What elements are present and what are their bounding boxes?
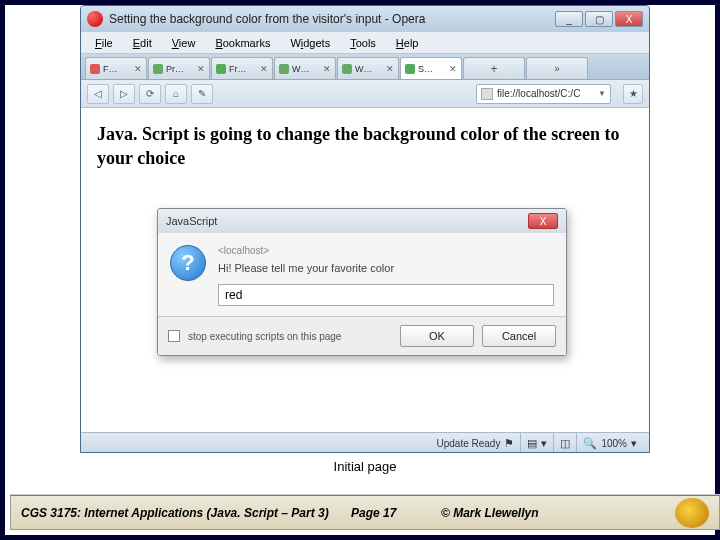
dialog-prompt: Hi! Please tell me your favorite color — [218, 262, 554, 274]
footer-page: Page 17 — [351, 506, 441, 520]
status-views[interactable]: ▤ ▾ — [520, 433, 553, 453]
dialog-titlebar: JavaScript X — [158, 209, 566, 233]
toolbar: ◁ ▷ ⟳ ⌂ ✎ file://localhost/C:/C ▼ ★ — [81, 80, 649, 108]
maximize-button[interactable]: ▢ — [585, 11, 613, 27]
question-icon: ? — [170, 245, 206, 281]
menu-edit[interactable]: Edit — [125, 35, 160, 51]
tab-icon — [342, 64, 352, 74]
zoom-icon: 🔍 — [583, 437, 597, 450]
page-heading: Java. Script is going to change the back… — [97, 122, 633, 171]
tab-icon — [405, 64, 415, 74]
opera-icon — [87, 11, 103, 27]
tab-close-icon[interactable]: ✕ — [449, 64, 457, 74]
tab-4[interactable]: W…✕ — [337, 57, 399, 79]
screenshot-caption: Initial page — [80, 459, 650, 474]
bookmark-star-button[interactable]: ★ — [623, 84, 643, 104]
tab-close-icon[interactable]: ✕ — [323, 64, 331, 74]
dialog-host: <localhost> — [218, 245, 554, 256]
js-prompt-dialog: JavaScript X ? <localhost> Hi! Please te… — [157, 208, 567, 356]
reload-button[interactable]: ⟳ — [139, 84, 161, 104]
chevron-down-icon: ▾ — [541, 437, 547, 450]
menu-widgets[interactable]: Widgets — [282, 35, 338, 51]
tab-close-icon[interactable]: ✕ — [260, 64, 268, 74]
tab-1[interactable]: Pr…✕ — [148, 57, 210, 79]
status-update[interactable]: Update Ready ⚑ — [430, 433, 520, 453]
back-button[interactable]: ◁ — [87, 84, 109, 104]
tab-0[interactable]: F…✕ — [85, 57, 147, 79]
status-fit[interactable]: ◫ — [553, 433, 576, 453]
slide-footer: CGS 3175: Internet Applications (Java. S… — [10, 494, 720, 530]
window-title: Setting the background color from the vi… — [109, 12, 555, 26]
dialog-title-text: JavaScript — [166, 215, 217, 227]
menu-tools[interactable]: Tools — [342, 35, 384, 51]
chevron-down-icon: ▾ — [631, 437, 637, 450]
home-button[interactable]: ⌂ — [165, 84, 187, 104]
menu-file[interactable]: File — [87, 35, 121, 51]
dialog-close-button[interactable]: X — [528, 213, 558, 229]
page-icon — [481, 88, 493, 100]
titlebar: Setting the background color from the vi… — [81, 6, 649, 32]
status-zoom[interactable]: 🔍 100% ▾ — [576, 433, 643, 453]
menu-view[interactable]: View — [164, 35, 204, 51]
footer-copyright: © Mark Llewellyn — [441, 506, 675, 520]
tab-icon — [216, 64, 226, 74]
tab-close-icon[interactable]: ✕ — [134, 64, 142, 74]
new-tab-button[interactable]: + — [463, 57, 525, 79]
stop-scripts-checkbox[interactable] — [168, 330, 180, 342]
page-content: Java. Script is going to change the back… — [81, 108, 649, 432]
update-icon: ⚑ — [504, 437, 514, 450]
close-button[interactable]: X — [615, 11, 643, 27]
minimize-button[interactable]: _ — [555, 11, 583, 27]
cancel-button[interactable]: Cancel — [482, 325, 556, 347]
address-text: file://localhost/C:/C — [497, 88, 580, 99]
menubar: File Edit View Bookmarks Widgets Tools H… — [81, 32, 649, 54]
ucf-logo — [675, 498, 709, 528]
tabbar: F…✕ Pr…✕ Fr…✕ W…✕ W…✕ S…✕ + » — [81, 54, 649, 80]
stop-scripts-label: stop executing scripts on this page — [188, 331, 392, 342]
tab-3[interactable]: W…✕ — [274, 57, 336, 79]
menu-help[interactable]: Help — [388, 35, 427, 51]
tab-close-icon[interactable]: ✕ — [197, 64, 205, 74]
menu-bookmarks[interactable]: Bookmarks — [207, 35, 278, 51]
tab-overflow-button[interactable]: » — [526, 57, 588, 79]
browser-window: Setting the background color from the vi… — [80, 5, 650, 453]
wand-button[interactable]: ✎ — [191, 84, 213, 104]
footer-course: CGS 3175: Internet Applications (Java. S… — [21, 506, 351, 520]
statusbar: Update Ready ⚑ ▤ ▾ ◫ 🔍 100% ▾ — [81, 432, 649, 453]
tab-icon — [90, 64, 100, 74]
ok-button[interactable]: OK — [400, 325, 474, 347]
tab-close-icon[interactable]: ✕ — [386, 64, 394, 74]
forward-button[interactable]: ▷ — [113, 84, 135, 104]
chevron-down-icon[interactable]: ▼ — [598, 89, 606, 98]
dialog-input[interactable] — [218, 284, 554, 306]
tab-2[interactable]: Fr…✕ — [211, 57, 273, 79]
zoom-value: 100% — [601, 438, 627, 449]
tab-icon — [279, 64, 289, 74]
tab-5[interactable]: S…✕ — [400, 57, 462, 79]
address-bar[interactable]: file://localhost/C:/C ▼ — [476, 84, 611, 104]
tab-icon — [153, 64, 163, 74]
